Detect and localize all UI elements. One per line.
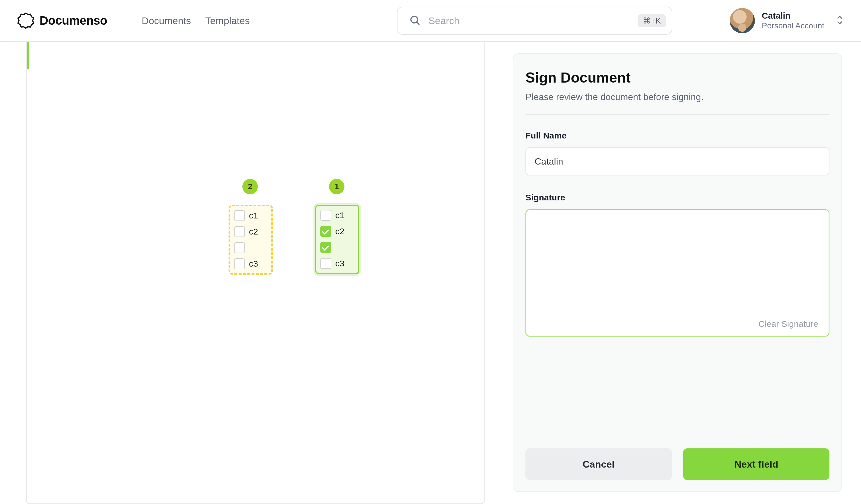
checkbox-field-active[interactable]: c1 c2 c3 (315, 205, 359, 274)
checkbox[interactable] (320, 210, 331, 221)
document-page[interactable]: 2 1 c1 c2 c3 (26, 42, 485, 504)
checkbox-label: c1 (335, 210, 344, 220)
checkbox-checked[interactable] (320, 226, 331, 237)
account-type: Personal Account (762, 21, 824, 30)
checkbox-row[interactable]: c1 (234, 210, 267, 221)
document-column: 2 1 c1 c2 c3 (17, 42, 494, 504)
search-shortcut-badge: ⌘+K (638, 14, 666, 27)
svg-line-1 (417, 22, 419, 25)
checkbox-checked[interactable] (320, 242, 331, 253)
sign-panel-column: Sign Document Please review the document… (494, 42, 861, 504)
avatar (730, 8, 755, 33)
panel-title: Sign Document (525, 69, 830, 86)
divider (525, 114, 830, 115)
checkbox-row[interactable]: c1 (320, 210, 354, 221)
cancel-button[interactable]: Cancel (525, 448, 672, 480)
nav-documents[interactable]: Documents (142, 15, 191, 26)
signature-pad[interactable]: Clear Signature (525, 209, 830, 337)
checkbox[interactable] (234, 258, 245, 269)
brand-name: Documenso (40, 14, 107, 28)
account-labels: Catalin Personal Account (762, 11, 824, 30)
signature-label: Signature (525, 193, 830, 202)
main-area: 2 1 c1 c2 c3 (0, 42, 861, 504)
checkbox-label: c2 (249, 227, 258, 237)
field-order-badge-2: 2 (242, 179, 258, 194)
sign-panel: Sign Document Please review the document… (513, 53, 842, 492)
search-input[interactable] (428, 15, 630, 26)
checkbox-row[interactable]: c2 (320, 226, 354, 237)
checkbox[interactable] (234, 242, 245, 253)
checkbox[interactable] (234, 226, 245, 237)
checkbox-row[interactable] (234, 242, 267, 253)
app-header: Documenso Documents Templates ⌘+K Catali… (0, 0, 861, 42)
chevron-up-down-icon (836, 15, 844, 26)
checkbox-label: c3 (249, 259, 258, 269)
brand-badge-icon (17, 12, 35, 29)
nav-templates[interactable]: Templates (205, 15, 250, 26)
search-icon (409, 14, 421, 27)
checkbox-row[interactable]: c3 (234, 258, 267, 269)
left-gutter (0, 42, 17, 504)
field-order-badge-1: 1 (329, 179, 344, 194)
checkbox-label: c1 (249, 211, 258, 221)
clear-signature-button[interactable]: Clear Signature (758, 319, 818, 329)
checkbox[interactable] (320, 258, 331, 269)
search-bar[interactable]: ⌘+K (397, 6, 672, 35)
full-name-input[interactable] (525, 148, 830, 176)
account-menu[interactable]: Catalin Personal Account (730, 8, 844, 33)
page-accent-stripe (27, 42, 29, 69)
panel-actions: Cancel Next field (525, 448, 830, 480)
panel-subtitle: Please review the document before signin… (525, 92, 830, 102)
checkbox-row[interactable] (320, 242, 354, 253)
checkbox-row[interactable]: c2 (234, 226, 267, 237)
checkbox-label: c3 (335, 258, 344, 268)
checkbox[interactable] (234, 210, 245, 221)
user-name: Catalin (762, 11, 824, 20)
brand[interactable]: Documenso (17, 12, 107, 29)
checkbox-label: c2 (335, 226, 344, 236)
primary-nav: Documents Templates (142, 15, 250, 26)
full-name-label: Full Name (525, 131, 830, 140)
checkbox-row[interactable]: c3 (320, 258, 354, 269)
next-field-button[interactable]: Next field (683, 448, 830, 480)
checkbox-field-pending[interactable]: c1 c2 c3 (229, 205, 273, 275)
